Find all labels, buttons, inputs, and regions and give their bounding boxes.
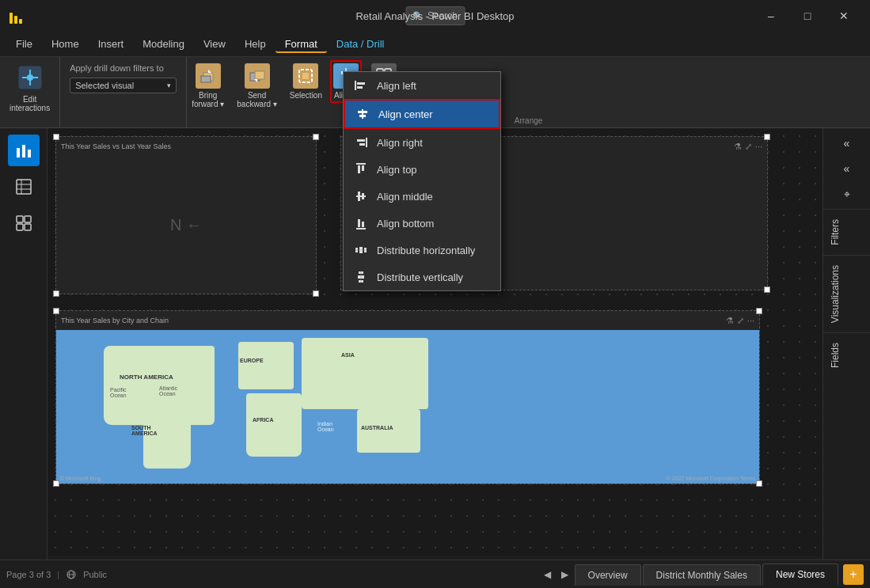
align-left-icon (353, 78, 369, 93)
map-filter-icon[interactable]: ⚗ (726, 316, 734, 326)
status-bar-left: Page 3 of 3 | Public (6, 569, 107, 580)
bring-forward-icon (196, 63, 221, 89)
menu-file[interactable]: File (6, 35, 42, 53)
africa-label: AFRICA (253, 417, 273, 423)
svg-rect-30 (25, 224, 31, 230)
distribute-horizontal-item[interactable]: Distribute horizontally (344, 237, 500, 264)
distribute-vertical-item[interactable]: Distribute vertically (344, 264, 500, 290)
svg-rect-45 (362, 193, 364, 199)
align-left-label: Align left (377, 80, 416, 92)
svg-rect-39 (359, 143, 365, 146)
tab-fields[interactable]: Fields (823, 332, 870, 377)
drill-filters-dropdown[interactable]: Selected visual ▾ (70, 78, 177, 93)
right-panel-collapse-2[interactable]: « (835, 157, 859, 180)
tab-prev[interactable]: ◀ (540, 567, 556, 582)
menu-insert[interactable]: Insert (89, 35, 134, 53)
arrange-section-name: Arrange (187, 116, 870, 125)
bring-forward-button[interactable]: Bringforward ▾ (187, 60, 229, 112)
sidebar-bar-chart[interactable] (8, 135, 40, 166)
svg-rect-47 (358, 219, 360, 227)
menu-view[interactable]: View (194, 35, 235, 53)
menu-help[interactable]: Help (235, 35, 275, 53)
tabs-bar: Page 3 of 3 | Public ◀ ▶ Overview Distri… (0, 560, 870, 588)
align-center-item[interactable]: Align center (344, 99, 500, 129)
svg-rect-22 (28, 150, 31, 157)
drill-filters-value: Selected visual (75, 81, 134, 90)
right-panel-collapse[interactable]: « (835, 131, 859, 155)
tab-new-stores[interactable]: New Stores (762, 563, 838, 586)
menu-format[interactable]: Format (275, 35, 327, 53)
aus-label: AUSTRALIA (361, 425, 393, 431)
align-middle-item[interactable]: Align middle (344, 183, 500, 210)
align-left-item[interactable]: Align left (344, 72, 500, 99)
svg-rect-42 (362, 165, 364, 171)
align-center-label: Align center (378, 108, 433, 120)
align-center-icon (355, 106, 370, 122)
align-top-item[interactable]: Align top (344, 156, 500, 183)
access-level: Public (83, 570, 107, 579)
align-bottom-item[interactable]: Align bottom (344, 210, 500, 237)
maximize-button[interactable]: □ (789, 3, 826, 28)
more-icon[interactable]: ··· (755, 142, 762, 151)
close-button[interactable]: ✕ (826, 3, 862, 28)
minimize-button[interactable]: – (753, 3, 789, 28)
align-bottom-label: Align bottom (377, 218, 434, 230)
selection-icon (293, 63, 318, 89)
selection-label: Selection (290, 91, 322, 100)
send-backward-button[interactable]: Sendbackward ▾ (232, 60, 282, 112)
map-header: This Year Sales by City and Chain ⚗ ⤢ ··… (56, 311, 759, 330)
menu-modeling[interactable]: Modeling (133, 35, 194, 53)
tab-next[interactable]: ▶ (557, 567, 573, 582)
expand-icon[interactable]: ⤢ (745, 142, 752, 152)
svg-rect-28 (25, 216, 31, 222)
distribute-h-icon (353, 242, 369, 258)
filter-icon[interactable]: ⚗ (734, 142, 742, 152)
map-more-icon[interactable]: ··· (747, 316, 754, 325)
dropdown-arrow-icon: ▾ (167, 82, 171, 89)
right-panel-top-icons: « « ⌖ (823, 128, 870, 209)
map-container[interactable]: This Year Sales by City and Chain ⚗ ⤢ ··… (55, 310, 760, 484)
svg-rect-48 (362, 222, 364, 227)
send-backward-label: Sendbackward ▾ (237, 91, 277, 108)
align-right-item[interactable]: Align right (344, 129, 500, 156)
menu-home[interactable]: Home (42, 35, 89, 53)
svg-rect-12 (302, 73, 309, 79)
map-brand: © Microsoft Bing (60, 476, 101, 481)
map-handle-br (756, 480, 762, 487)
svg-rect-35 (358, 111, 367, 113)
tab-overview[interactable]: Overview (575, 564, 641, 586)
send-backward-icon (245, 63, 270, 89)
svg-rect-20 (17, 148, 20, 157)
window-controls: – □ ✕ (753, 3, 862, 28)
na-label: NORTH AMERICA (120, 374, 173, 381)
distribute-v-icon (353, 269, 369, 285)
left-sidebar (0, 128, 47, 560)
tab-visualizations[interactable]: Visualizations (823, 255, 870, 332)
svg-rect-23 (17, 180, 31, 194)
align-dropdown-menu: Align left Align center Align right (343, 71, 501, 291)
edit-interactions-section: Editinteractions Interactions (0, 57, 60, 127)
align-right-icon (353, 135, 369, 150)
edit-interactions-icon[interactable] (16, 63, 44, 92)
svg-rect-10 (255, 71, 264, 79)
sidebar-matrix[interactable] (8, 207, 40, 239)
align-right-label: Align right (377, 137, 423, 149)
chart2-handle-br (764, 286, 770, 293)
menu-data-drill[interactable]: Data / Drill (327, 35, 394, 53)
align-top-icon (353, 161, 369, 177)
add-tab-button[interactable]: + (843, 564, 864, 585)
align-middle-label: Align middle (377, 191, 433, 203)
handle-bl (53, 290, 59, 297)
selection-button[interactable]: Selection (285, 60, 327, 103)
tab-filters[interactable]: Filters (823, 209, 870, 255)
map-expand-icon[interactable]: ⤢ (737, 316, 744, 326)
map-handle-tr (756, 308, 762, 314)
align-top-label: Align top (377, 164, 417, 176)
tab-district-monthly[interactable]: District Monthly Sales (643, 564, 761, 586)
right-panel: « « ⌖ Filters Visualizations Fields (823, 128, 870, 560)
public-icon (66, 569, 77, 580)
edit-interactions-label: Editinteractions (9, 95, 50, 112)
chart-1-container[interactable]: This Year Sales vs Last Year Sales N ← (55, 136, 317, 294)
right-panel-icon-3[interactable]: ⌖ (835, 182, 859, 206)
sidebar-table[interactable] (8, 171, 40, 203)
